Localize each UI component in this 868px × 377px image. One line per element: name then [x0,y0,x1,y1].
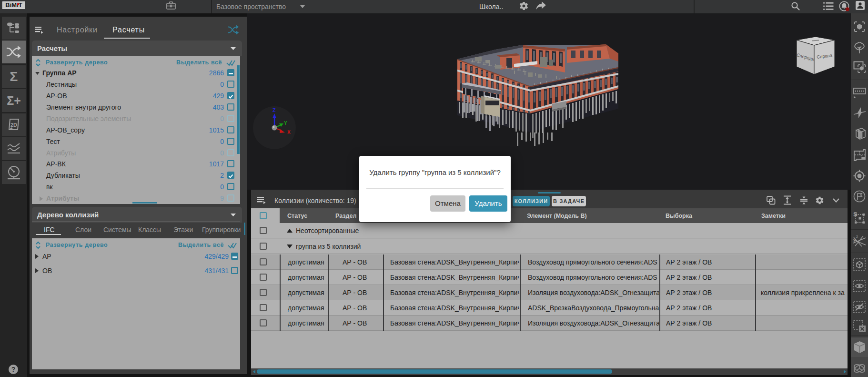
svg-text:X: X [287,130,291,135]
svg-text:Z: Z [273,107,276,113]
svg-text:2: 2 [856,235,858,238]
svg-text:1: 1 [853,239,855,242]
svg-text:Y: Y [284,121,287,126]
svg-text:2D: 2D [10,122,17,128]
